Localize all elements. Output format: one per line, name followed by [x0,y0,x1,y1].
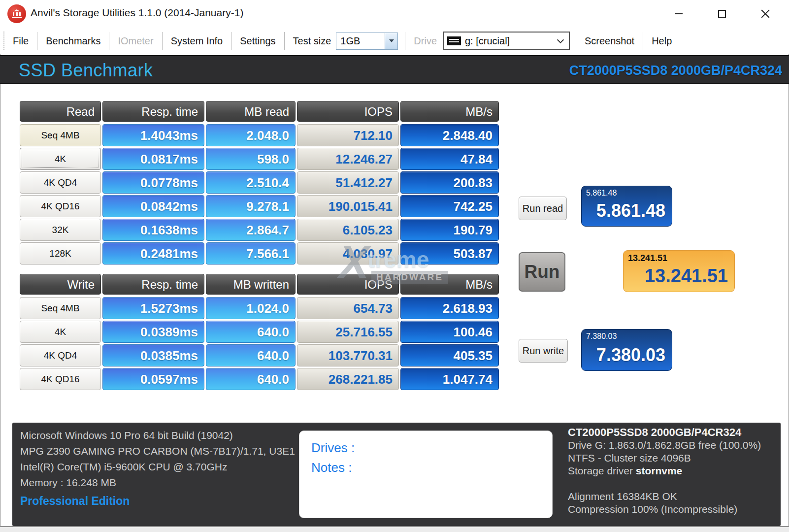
mbs-header: MB/s [400,101,499,122]
drive-label: Drive [405,35,442,47]
mb-written-value: 640.0 [206,368,296,390]
mb-read-value: 2.048.0 [206,124,296,146]
mb-read-value: 2.510.4 [206,171,296,194]
drive-model: CT2000P5SSD8 2000GB/P4CR324 [568,426,777,439]
write-4kqd16-button[interactable]: 4K QD16 [20,368,101,390]
mb-written-value: 640.0 [206,321,296,343]
chevron-down-icon [389,39,394,42]
menu-file[interactable]: File [4,35,37,47]
close-icon [760,9,770,19]
minimize-button[interactable] [666,3,691,25]
table-row: 128K 0.2481ms 7.566.1 4.030.97 503.87 [20,242,499,265]
os-line: Microsoft Windows 10 Pro 64 bit Build (1… [20,428,295,443]
mb-read-value: 7.566.1 [206,242,296,265]
table-row: 4K QD4 0.0778ms 2.510.4 51.412.27 200.83 [20,171,499,194]
write-score-value: 7.380.03 [596,345,665,366]
resp-time-value: 0.0778ms [102,171,204,194]
read-table-header: Read Resp. time MB read IOPS MB/s [20,101,499,122]
iops-value: 4.030.97 [297,242,399,265]
storage-driver-line: Storage driver stornvme [568,465,777,477]
run-write-button[interactable]: Run write [519,339,568,363]
memory-line: Memory : 16.248 MB [20,475,295,491]
anvil-logo-icon [12,9,22,18]
drive-capacity: Drive G: 1.863.0/1.862.8GB free (100.0%) [568,439,777,452]
title-bar: Anvil's Storage Utilities 1.1.0 (2014-Ja… [0,0,789,28]
maximize-icon [718,10,726,18]
alignment-line: Alignment 16384KB OK [568,490,777,503]
storage-driver-value: stornvme [636,465,683,476]
read-4kqd4-button[interactable]: 4K QD4 [20,171,101,194]
iops-value: 712.10 [297,124,399,146]
page-title: SSD Benchmark [19,60,153,81]
mb-read-value: 598.0 [206,148,296,170]
read-128k-button[interactable]: 128K [20,242,101,265]
mb-written-value: 640.0 [206,344,296,366]
drives-notes-box[interactable]: Drives : Notes : [299,431,553,518]
resp-time-value: 0.0842ms [102,195,204,217]
storage-driver-label: Storage driver [568,465,633,476]
drive-icon [447,36,461,45]
total-score-value: 13.241.51 [645,266,728,287]
write-4kqd4-button[interactable]: 4K QD4 [20,344,101,366]
menu-benchmarks[interactable]: Benchmarks [37,35,109,47]
iops-value: 268.221.85 [297,368,399,390]
info-panel: Microsoft Windows 10 Pro 64 bit Build (1… [12,423,781,526]
window-bottom-edge [0,526,789,532]
test-size-select[interactable]: 1GB [336,33,398,50]
mbs-value: 742.25 [400,195,499,217]
mbs-value: 190.79 [400,219,499,241]
drive-select[interactable]: g: [crucial] [443,32,570,50]
test-size-value: 1GB [336,33,385,49]
menu-help[interactable]: Help [643,35,680,47]
table-row: 32K 0.1638ms 2.864.7 6.105.23 190.79 [20,219,499,241]
mbs-value: 405.35 [400,344,499,366]
read-32k-button[interactable]: 32K [20,219,101,241]
resp-time-value: 0.0597ms [102,368,204,390]
resp-time-value: 0.0389ms [102,321,204,343]
mbs-value: 47.84 [400,148,499,170]
mbs-value: 2.618.93 [400,297,499,319]
edition-label: Professional Edition [20,495,130,508]
total-score-small: 13.241.51 [628,253,667,264]
mb-read-header: MB read [206,101,296,122]
drive-model-header: CT2000P5SSD8 2000GB/P4CR324 [569,63,782,78]
read-seq4mb-button[interactable]: Seq 4MB [20,124,101,146]
resp-time-value: 1.4043ms [102,124,204,146]
write-seq4mb-button[interactable]: Seq 4MB [20,297,101,319]
test-size-label: Test size [285,35,336,47]
maximize-button[interactable] [709,3,735,25]
test-size-dropdown-button[interactable] [385,33,397,49]
menu-system-info[interactable]: System Info [163,35,231,47]
read-4k-button[interactable]: 4K [20,148,101,170]
table-row: 4K QD4 0.0385ms 640.0 103.770.31 405.35 [20,344,499,366]
motherboard-line: MPG Z390 GAMING PRO CARBON (MS-7B17)/1.7… [20,443,295,459]
menu-screenshot[interactable]: Screenshot [576,35,643,47]
mbs-value: 200.83 [400,171,499,194]
resp-time-value: 0.0817ms [102,148,204,170]
menu-bar: File Benchmarks IOmeter System Info Sett… [0,28,789,54]
write-table-header: Write Resp. time MB written IOPS MB/s [20,274,499,295]
menu-settings[interactable]: Settings [231,35,284,47]
write-score-small: 7.380.03 [586,332,617,341]
run-read-button[interactable]: Run read [519,197,567,220]
window-title: Anvil's Storage Utilities 1.1.0 (2014-Ja… [31,7,243,19]
resp-time-value: 1.5273ms [102,297,204,319]
iops-value: 25.716.55 [297,321,399,343]
drive-info: CT2000P5SSD8 2000GB/P4CR324 Drive G: 1.8… [568,426,777,516]
read-score-box: 5.861.48 5.861.48 [581,186,672,227]
table-row: 4K QD16 0.0597ms 640.0 268.221.85 1.047.… [20,368,499,390]
resp-time-value: 0.0385ms [102,344,204,366]
run-button[interactable]: Run [519,252,565,292]
table-row: 4K QD16 0.0842ms 9.278.1 190.015.41 742.… [20,195,499,217]
read-score-small: 5.861.48 [586,189,617,198]
read-4kqd16-button[interactable]: 4K QD16 [20,195,101,217]
drive-filesystem: NTFS - Cluster size 4096B [568,452,777,465]
iops-value: 6.105.23 [297,219,399,241]
close-button[interactable] [753,3,778,25]
resp-time-value: 0.2481ms [102,242,204,265]
compression-line: Compression 100% (Incompressible) [568,503,777,516]
menu-iometer[interactable]: IOmeter [109,35,162,47]
mbs-value: 503.87 [400,242,499,265]
write-4k-button[interactable]: 4K [20,321,101,343]
mbs-header: MB/s [400,274,499,295]
